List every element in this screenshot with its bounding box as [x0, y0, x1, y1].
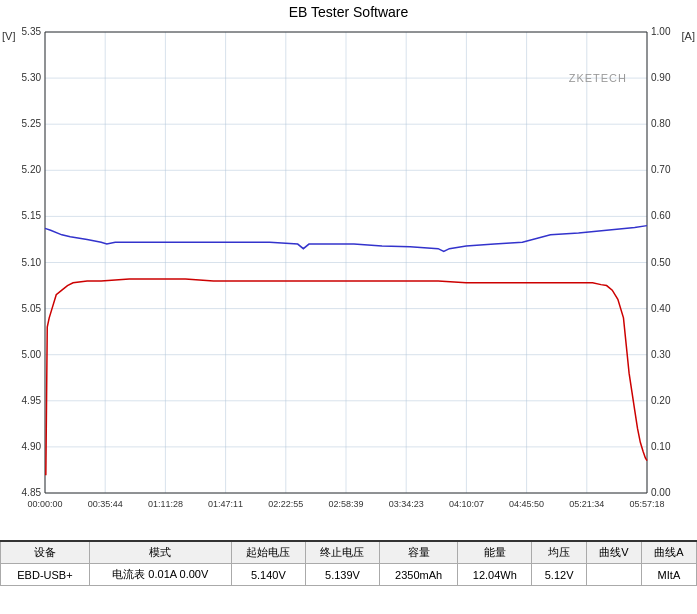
cell-energy: 12.04Wh: [458, 564, 532, 586]
main-chart: [0, 22, 697, 538]
col-start-v: 起始电压: [231, 541, 305, 564]
col-energy: 能量: [458, 541, 532, 564]
col-mode: 模式: [89, 541, 231, 564]
data-table: 设备 模式 起始电压 终止电压 容量 能量 均压 曲线V 曲线A EBD-USB…: [0, 540, 697, 586]
col-end-v: 终止电压: [305, 541, 379, 564]
cell-curve-v: [586, 564, 641, 586]
cell-device: EBD-USB+: [1, 564, 90, 586]
chart-canvas-wrapper: ZKETECH: [0, 22, 697, 542]
cell-start-voltage: 5.140V: [231, 564, 305, 586]
watermark-label: ZKETECH: [569, 72, 627, 84]
cell-avg-voltage: 5.12V: [532, 564, 586, 586]
cell-capacity: 2350mAh: [380, 564, 458, 586]
mita-label: MItA: [658, 569, 681, 581]
col-curve-a: 曲线A: [641, 541, 696, 564]
chart-title: EB Tester Software: [0, 0, 697, 22]
col-capacity: 容量: [380, 541, 458, 564]
cell-curve-a: MItA: [641, 564, 696, 586]
col-avg-v: 均压: [532, 541, 586, 564]
col-device: 设备: [1, 541, 90, 564]
cell-mode: 电流表 0.01A 0.00V: [89, 564, 231, 586]
table-row: EBD-USB+ 电流表 0.01A 0.00V 5.140V 5.139V 2…: [1, 564, 697, 586]
chart-area: EB Tester Software ZKETECH: [0, 0, 697, 540]
col-curve-v: 曲线V: [586, 541, 641, 564]
cell-end-voltage: 5.139V: [305, 564, 379, 586]
